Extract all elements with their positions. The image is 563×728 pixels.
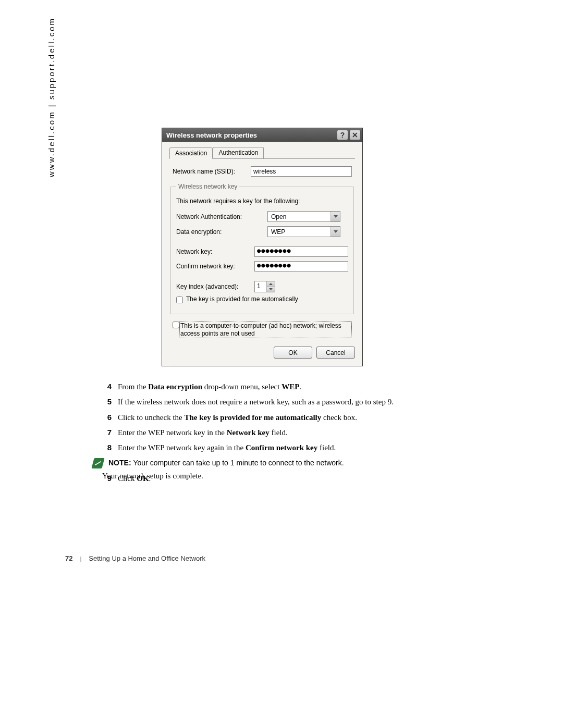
step-4: 4 From the Data encryption drop-down men…: [102, 380, 467, 393]
key-input[interactable]: ●●●●●●●●: [254, 246, 348, 257]
svg-marker-3: [269, 288, 273, 290]
enc-select[interactable]: WEP: [267, 226, 340, 237]
index-row: Key index (advanced): 1: [176, 281, 348, 292]
chevron-down-icon: [331, 212, 340, 221]
spinner-up[interactable]: [267, 281, 275, 287]
help-icon: ?: [340, 131, 345, 139]
key-label: Network key:: [176, 248, 254, 255]
dialog-body: Association Authentication Network name …: [162, 142, 362, 366]
tab-association[interactable]: Association: [169, 147, 213, 159]
instruction-steps: 4 From the Data encryption drop-down men…: [102, 380, 467, 487]
spinner-down[interactable]: [267, 287, 275, 292]
note-row: NOTE: Your computer can take up to 1 min…: [93, 456, 467, 470]
titlebar: Wireless network properties ? ✕: [162, 128, 362, 142]
auth-label: Network Authentication:: [176, 213, 267, 220]
step-num: 7: [102, 426, 118, 439]
cancel-button[interactable]: Cancel: [316, 347, 355, 359]
step-text: From the Data encryption drop-down menu,…: [118, 380, 467, 393]
confirm-row: Confirm network key: ●●●●●●●●: [176, 261, 348, 272]
svg-marker-2: [269, 283, 273, 285]
step-num: 8: [102, 441, 118, 454]
enc-value: WEP: [268, 228, 331, 236]
sidebar-url-text: www.dell.com | support.dell.com: [47, 17, 56, 177]
confirm-input[interactable]: ●●●●●●●●: [254, 261, 348, 272]
chevron-down-icon: [331, 227, 340, 237]
enc-label: Data encryption:: [176, 228, 267, 236]
button-row: OK Cancel: [169, 347, 355, 359]
auth-value: Open: [268, 213, 331, 220]
adhoc-label: This is a computer-to-computer (ad hoc) …: [179, 322, 352, 338]
close-button[interactable]: ✕: [349, 130, 361, 140]
confirm-label: Confirm network key:: [176, 263, 254, 270]
key-row: Network key: ●●●●●●●●: [176, 246, 348, 257]
footer-separator: |: [80, 556, 81, 562]
adhoc-checkbox[interactable]: [173, 322, 179, 328]
hint-text: This network requires a key for the foll…: [176, 198, 348, 205]
help-button[interactable]: ?: [337, 130, 348, 140]
ok-button[interactable]: OK: [274, 347, 312, 359]
dialog-title: Wireless network properties: [166, 131, 336, 139]
spinner-buttons: [266, 281, 275, 292]
tabs: Association Authentication: [169, 147, 355, 159]
ssid-input[interactable]: [251, 166, 352, 177]
wireless-key-group: Wireless network key This network requir…: [170, 183, 354, 314]
step-text: If the wireless network does not require…: [118, 395, 467, 409]
step-text: Click to uncheck the The key is provided…: [118, 411, 467, 424]
step-8: 8 Enter the WEP network key again in the…: [102, 441, 467, 454]
step-num: 5: [102, 395, 118, 409]
autokey-row: The key is provided for me automatically: [176, 295, 348, 303]
note-text: NOTE: Your computer can take up to 1 min…: [108, 456, 344, 470]
autokey-label: The key is provided for me automatically: [186, 295, 298, 303]
svg-marker-1: [334, 230, 338, 233]
close-icon: ✕: [352, 131, 358, 139]
enc-row: Data encryption: WEP: [176, 226, 348, 237]
adhoc-row: This is a computer-to-computer (ad hoc) …: [173, 322, 352, 338]
footer-section: Setting Up a Home and Office Network: [89, 554, 205, 562]
step-7: 7 Enter the WEP network key in the Netwo…: [102, 426, 467, 439]
step-num: 4: [102, 380, 118, 393]
index-spinner[interactable]: 1: [254, 281, 275, 292]
wireless-properties-dialog: Wireless network properties ? ✕ Associat…: [162, 128, 363, 366]
step-5: 5 If the wireless network does not requi…: [102, 395, 467, 409]
step-text: Enter the WEP network key in the Network…: [118, 426, 467, 439]
step-num: 6: [102, 411, 118, 424]
note-icon: [91, 458, 104, 468]
step-6: 6 Click to uncheck the The key is provid…: [102, 411, 467, 424]
index-label: Key index (advanced):: [176, 283, 254, 290]
ssid-label: Network name (SSID):: [173, 168, 251, 175]
page-footer: 72 | Setting Up a Home and Office Networ…: [65, 554, 205, 562]
tab-authentication[interactable]: Authentication: [213, 147, 264, 158]
closing-text: Your network setup is complete.: [102, 472, 203, 480]
page-number: 72: [65, 554, 72, 562]
svg-marker-0: [334, 215, 338, 218]
group-legend: Wireless network key: [176, 183, 239, 190]
autokey-checkbox[interactable]: [176, 297, 183, 303]
step-text: Enter the WEP network key again in the C…: [118, 441, 467, 454]
ssid-row: Network name (SSID):: [169, 166, 355, 177]
auth-select[interactable]: Open: [267, 211, 340, 222]
index-value: 1: [255, 281, 266, 292]
auth-row: Network Authentication: Open: [176, 211, 348, 222]
